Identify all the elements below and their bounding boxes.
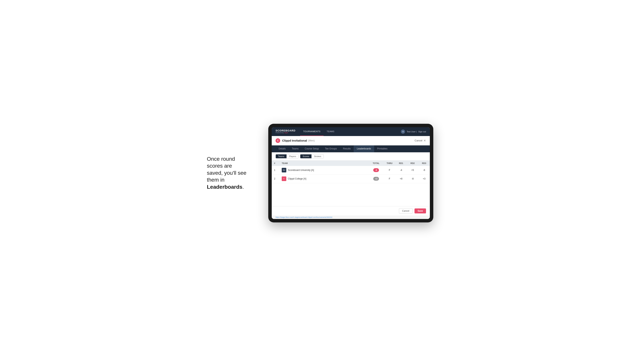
tab-teams[interactable]: Teams — [289, 145, 302, 152]
tablet-frame: SCOREBOARD Powered by clippd TOURNAMENTS… — [268, 124, 433, 222]
table-row: 1 SU Scoreboard University [A] -5 F -4 — [272, 166, 430, 174]
nav-links: TOURNAMENTS TEAMS — [300, 127, 401, 136]
col-team: TEAM — [280, 161, 368, 166]
row2-rank: 2 — [272, 174, 280, 183]
table-body: 1 SU Scoreboard University [A] -5 F -4 — [272, 166, 430, 183]
tab-tee-groups[interactable]: Tee Groups — [322, 145, 340, 152]
nav-tournaments[interactable]: TOURNAMENTS — [300, 127, 324, 136]
footer-save-button[interactable]: Save — [414, 208, 426, 213]
row2-rd2: -8 — [407, 174, 418, 183]
sub-tab-scores[interactable]: Scores — [300, 155, 312, 158]
sub-tabs: Teams Players Scores Strokes — [272, 152, 430, 161]
row1-team: SU Scoreboard University [A] — [280, 166, 368, 174]
team1-logo: SU — [282, 168, 286, 173]
row2-rd3: +3 — [418, 174, 430, 183]
cancel-tournament-button[interactable]: Cancel ✕ — [415, 139, 426, 142]
tournament-header: C Clippd Invitational (Men) Cancel ✕ — [272, 136, 430, 145]
footer: Cancel Save — [272, 206, 430, 215]
col-total: TOTAL — [368, 161, 384, 166]
tab-course-setup[interactable]: Course Setup — [302, 145, 322, 152]
sub-tab-teams[interactable]: Teams — [276, 155, 287, 158]
col-rd2: RD2 — [407, 161, 418, 166]
row1-rd3: -6 — [418, 166, 430, 174]
col-rd1: RD1 — [395, 161, 407, 166]
row1-rd2: +5 — [407, 166, 418, 174]
tab-results[interactable]: Results — [340, 145, 354, 152]
tournament-icon: C — [276, 138, 280, 143]
left-description: Once roundscores aresaved, you'll seethe… — [207, 156, 257, 190]
row2-score-badge: +3 — [373, 177, 379, 181]
table-row: 2 C Clippd College [A] +3 F +8 -8 — [272, 174, 430, 183]
highlight-word: Leaderboards — [207, 184, 242, 190]
tab-details[interactable]: Details — [276, 145, 289, 152]
user-avatar: S — [401, 130, 405, 134]
cancel-label: Cancel — [415, 139, 422, 142]
url-bar: https://stage-blue-coach.stagescoerboard… — [272, 215, 430, 219]
row1-thru: F — [384, 166, 395, 174]
col-rank: # — [272, 161, 280, 166]
team2-logo: C — [282, 176, 286, 181]
nav-right: S Test User | Sign out — [401, 130, 426, 134]
tournament-name: Clippd Invitational — [282, 139, 307, 142]
row2-team: C Clippd College [A] — [280, 174, 368, 183]
brand: SCOREBOARD Powered by clippd — [276, 129, 296, 134]
team1-name: Scoreboard University [A] — [288, 169, 314, 172]
nav-teams[interactable]: TEAMS — [324, 127, 337, 136]
col-thru: THRU — [384, 161, 395, 166]
brand-title: SCOREBOARD — [276, 129, 296, 132]
tab-printables[interactable]: Printables — [374, 145, 390, 152]
sign-out-link[interactable]: Sign out — [418, 131, 426, 133]
brand-subtitle: Powered by clippd — [276, 132, 296, 134]
content-spacer — [272, 183, 430, 206]
col-rd3: RD3 — [418, 161, 430, 166]
footer-cancel-button[interactable]: Cancel — [399, 208, 412, 214]
row1-score-badge: -5 — [373, 168, 379, 172]
close-icon[interactable]: ✕ — [424, 139, 426, 142]
table-header: # TEAM TOTAL THRU RD1 RD2 RD3 — [272, 161, 430, 166]
leaderboard-table: # TEAM TOTAL THRU RD1 RD2 RD3 1 — [272, 161, 430, 183]
team2-name: Clippd College [A] — [288, 177, 306, 180]
scores-strokes-group: Scores Strokes — [300, 154, 324, 159]
sub-tab-players[interactable]: Players — [287, 155, 298, 158]
row1-total: -5 — [368, 166, 384, 174]
tournament-gender: (Men) — [308, 139, 315, 142]
nav-username: Test User | — [407, 131, 416, 133]
tablet-screen: SCOREBOARD Powered by clippd TOURNAMENTS… — [272, 127, 430, 219]
row2-rd1: +8 — [395, 174, 407, 183]
teams-players-group: Teams Players — [276, 154, 298, 159]
row2-thru: F — [384, 174, 395, 183]
brand-clippd: clippd — [284, 132, 288, 134]
description-text: Once roundscores aresaved, you'll seethe… — [207, 156, 246, 190]
row2-total: +3 — [368, 174, 384, 183]
tab-leaderboards[interactable]: Leaderboards — [354, 145, 374, 152]
tabs-bar: Details Teams Course Setup Tee Groups Re… — [272, 145, 430, 152]
sub-tab-strokes[interactable]: Strokes — [312, 155, 323, 158]
row1-rank: 1 — [272, 166, 280, 174]
navbar: SCOREBOARD Powered by clippd TOURNAMENTS… — [272, 127, 430, 136]
row1-rd1: -4 — [395, 166, 407, 174]
